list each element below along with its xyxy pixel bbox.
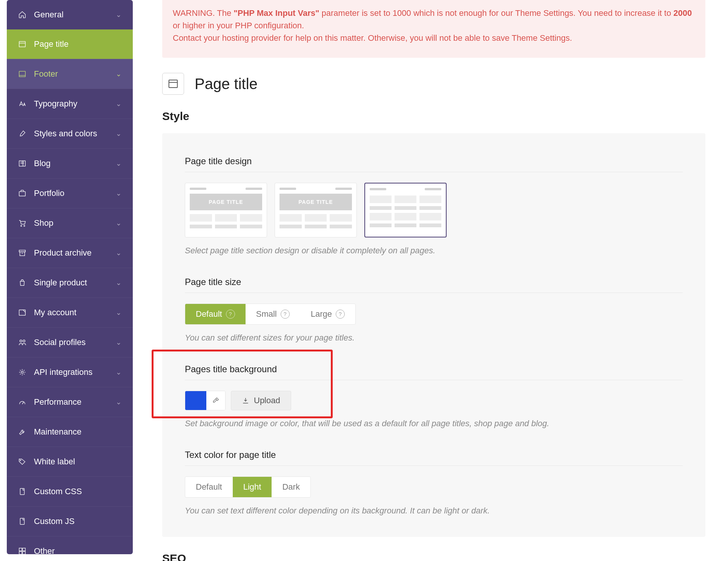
social-icon <box>18 338 27 347</box>
sidebar-item-archive[interactable]: Product archive ⌄ <box>7 238 133 268</box>
sidebar-item-footer[interactable]: Footer ⌄ <box>7 59 133 89</box>
chevron-down-icon: ⌄ <box>116 368 121 376</box>
sidebar-item-product[interactable]: Single product ⌄ <box>7 268 133 297</box>
size-large[interactable]: Large? <box>300 304 355 324</box>
sidebar-item-shop[interactable]: Shop ⌄ <box>7 208 133 238</box>
sidebar-item-label: Product archive <box>34 248 92 258</box>
api-icon <box>18 368 27 376</box>
field-text-color: Text color for page title Default Light … <box>185 450 683 516</box>
chevron-down-icon: ⌄ <box>116 11 121 19</box>
sidebar-item-label: API integrations <box>34 367 92 377</box>
footer-icon <box>18 70 27 78</box>
archive-icon <box>18 249 27 257</box>
svg-rect-8 <box>19 191 26 196</box>
sidebar-item-page-title[interactable]: Page title <box>7 29 133 59</box>
sidebar-item-label: Page title <box>34 39 69 49</box>
eyedropper-icon[interactable] <box>206 391 225 410</box>
sidebar-item-general[interactable]: General ⌄ <box>7 0 133 29</box>
chevron-down-icon: ⌄ <box>116 308 121 317</box>
svg-point-17 <box>21 371 23 373</box>
textcolor-dark[interactable]: Dark <box>272 477 310 497</box>
tag-icon <box>18 458 27 466</box>
chevron-down-icon: ⌄ <box>116 100 121 108</box>
upload-button[interactable]: Upload <box>231 391 291 410</box>
sidebar-item-label: Styles and colors <box>34 129 97 139</box>
field-background: Pages title background Upload <box>185 364 683 428</box>
svg-rect-12 <box>20 252 25 256</box>
field-label: Page title design <box>185 156 683 172</box>
sidebar-item-other[interactable]: Other <box>7 536 133 554</box>
page-title: Page title <box>195 76 258 92</box>
color-picker[interactable] <box>185 391 226 410</box>
maintenance-icon <box>18 428 27 436</box>
sidebar-item-typography[interactable]: Typography ⌄ <box>7 89 133 119</box>
sidebar: General ⌄ Page title Footer <box>0 0 140 561</box>
field-label: Text color for page title <box>185 450 683 466</box>
product-icon <box>18 279 27 287</box>
svg-point-10 <box>24 225 25 227</box>
textcolor-default[interactable]: Default <box>185 477 233 497</box>
chevron-down-icon: ⌄ <box>116 338 121 347</box>
sidebar-item-api[interactable]: API integrations ⌄ <box>7 357 133 387</box>
sidebar-item-label: General <box>34 10 63 20</box>
svg-rect-2 <box>19 71 26 77</box>
cart-icon <box>18 219 27 227</box>
typography-icon <box>18 100 27 108</box>
svg-rect-24 <box>169 80 178 88</box>
sidebar-item-label: Blog <box>34 159 51 168</box>
chevron-down-icon: ⌄ <box>116 189 121 197</box>
sidebar-item-performance[interactable]: Performance ⌄ <box>7 387 133 417</box>
chevron-down-icon: ⌄ <box>116 129 121 138</box>
sidebar-item-label: Custom JS <box>34 516 75 526</box>
field-desc: Select page title section design or disa… <box>185 246 683 256</box>
sidebar-item-styles[interactable]: Styles and colors ⌄ <box>7 119 133 148</box>
sidebar-item-label: Other <box>34 546 55 554</box>
sidebar-item-label: My account <box>34 308 77 317</box>
size-default[interactable]: Default? <box>185 304 246 324</box>
size-small[interactable]: Small? <box>246 304 300 324</box>
textcolor-group: Default Light Dark <box>185 476 311 498</box>
help-icon[interactable]: ? <box>281 310 290 319</box>
svg-rect-23 <box>23 552 25 554</box>
design-option-centered[interactable]: PAGE TITLE <box>275 183 357 237</box>
help-icon[interactable]: ? <box>226 310 235 319</box>
design-option-default[interactable]: PAGE TITLE <box>185 183 267 237</box>
brush-icon <box>18 129 27 138</box>
sidebar-item-label: Footer <box>34 69 58 79</box>
sidebar-item-label: Typography <box>34 99 77 109</box>
sidebar-item-account[interactable]: My account ⌄ <box>7 297 133 327</box>
svg-point-9 <box>21 225 22 227</box>
css-icon <box>18 487 27 496</box>
home-icon <box>18 11 27 19</box>
sidebar-item-js[interactable]: Custom JS <box>7 506 133 536</box>
svg-rect-14 <box>19 310 26 316</box>
design-option-disabled[interactable] <box>364 183 447 237</box>
section-style: Style <box>162 110 705 123</box>
svg-rect-0 <box>19 42 26 47</box>
portfolio-icon <box>18 189 27 197</box>
svg-point-19 <box>20 460 21 461</box>
field-desc: You can set text different color dependi… <box>185 506 683 516</box>
chevron-down-icon: ⌄ <box>116 219 121 227</box>
chevron-down-icon: ⌄ <box>116 159 121 168</box>
size-group: Default? Small? Large? <box>185 304 356 325</box>
layout-icon <box>162 73 184 95</box>
sidebar-item-css[interactable]: Custom CSS <box>7 476 133 506</box>
sidebar-item-blog[interactable]: Blog ⌄ <box>7 148 133 178</box>
sidebar-item-label: Portfolio <box>34 188 65 198</box>
svg-rect-21 <box>23 548 25 551</box>
sidebar-item-portfolio[interactable]: Portfolio ⌄ <box>7 178 133 208</box>
sidebar-item-maintenance[interactable]: Maintenance <box>7 417 133 447</box>
sidebar-item-social[interactable]: Social profiles ⌄ <box>7 327 133 357</box>
main-content: WARNING. The "PHP Max Input Vars" parame… <box>140 0 728 561</box>
sidebar-item-label: Shop <box>34 218 53 228</box>
blog-icon <box>18 159 27 168</box>
sidebar-item-label: Social profiles <box>34 338 86 347</box>
svg-rect-22 <box>19 552 22 554</box>
help-icon[interactable]: ? <box>336 310 345 319</box>
chevron-down-icon: ⌄ <box>116 398 121 406</box>
field-desc: You can set different sizes for your pag… <box>185 333 683 343</box>
textcolor-light[interactable]: Light <box>233 477 272 497</box>
sidebar-item-white-label[interactable]: White label <box>7 447 133 476</box>
js-icon <box>18 517 27 526</box>
